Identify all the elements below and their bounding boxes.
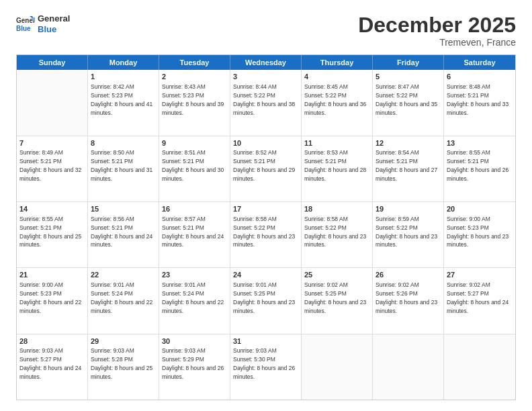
cell-info: Sunrise: 9:00 AMSunset: 5:23 PMDaylight:… xyxy=(447,216,508,248)
day-number: 30 xyxy=(162,336,227,347)
cell-info: Sunrise: 9:02 AMSunset: 5:26 PMDaylight:… xyxy=(375,281,437,314)
day-number: 29 xyxy=(91,336,156,347)
calendar-cell: 19Sunrise: 8:59 AMSunset: 5:22 PMDayligh… xyxy=(373,202,444,267)
calendar-cell: 31Sunrise: 9:03 AMSunset: 5:30 PMDayligh… xyxy=(230,334,302,400)
calendar: Sunday Monday Tuesday Wednesday Thursday… xyxy=(16,54,516,400)
logo: General Blue General Blue xyxy=(16,13,70,34)
day-number: 17 xyxy=(233,204,298,214)
day-number: 21 xyxy=(19,270,85,280)
header-wednesday: Wednesday xyxy=(230,55,302,70)
header-friday: Friday xyxy=(373,55,444,70)
calendar-cell: 17Sunrise: 8:58 AMSunset: 5:22 PMDayligh… xyxy=(230,202,302,267)
location: Tremeven, France xyxy=(358,37,516,48)
calendar-body: 1Sunrise: 8:42 AMSunset: 5:23 PMDaylight… xyxy=(17,70,515,400)
cell-info: Sunrise: 8:56 AMSunset: 5:21 PMDaylight:… xyxy=(91,216,152,248)
calendar-cell: 16Sunrise: 8:57 AMSunset: 5:21 PMDayligh… xyxy=(159,202,230,267)
svg-text:Blue: Blue xyxy=(16,25,31,32)
calendar-cell: 15Sunrise: 8:56 AMSunset: 5:21 PMDayligh… xyxy=(88,202,159,267)
cell-info: Sunrise: 9:03 AMSunset: 5:28 PMDaylight:… xyxy=(91,347,152,380)
calendar-cell: 28Sunrise: 9:03 AMSunset: 5:27 PMDayligh… xyxy=(17,334,88,400)
calendar-cell xyxy=(444,334,515,400)
cell-info: Sunrise: 8:55 AMSunset: 5:21 PMDaylight:… xyxy=(19,216,81,248)
day-number: 31 xyxy=(233,336,298,347)
cell-info: Sunrise: 8:48 AMSunset: 5:21 PMDaylight:… xyxy=(447,83,508,116)
day-number: 3 xyxy=(233,72,298,82)
cell-info: Sunrise: 9:02 AMSunset: 5:27 PMDaylight:… xyxy=(447,281,508,314)
cell-info: Sunrise: 8:49 AMSunset: 5:21 PMDaylight:… xyxy=(19,149,81,182)
cell-info: Sunrise: 8:45 AMSunset: 5:22 PMDaylight:… xyxy=(304,83,366,116)
day-number: 24 xyxy=(233,270,298,280)
day-number: 15 xyxy=(91,204,156,214)
calendar-cell: 4Sunrise: 8:45 AMSunset: 5:22 PMDaylight… xyxy=(302,70,373,135)
calendar-cell: 7Sunrise: 8:49 AMSunset: 5:21 PMDaylight… xyxy=(17,136,88,201)
cell-info: Sunrise: 9:03 AMSunset: 5:29 PMDaylight:… xyxy=(162,347,224,380)
calendar-header: Sunday Monday Tuesday Wednesday Thursday… xyxy=(17,55,515,70)
cell-info: Sunrise: 9:01 AMSunset: 5:24 PMDaylight:… xyxy=(91,281,152,314)
calendar-cell: 9Sunrise: 8:51 AMSunset: 5:21 PMDaylight… xyxy=(159,136,230,201)
calendar-cell: 8Sunrise: 8:50 AMSunset: 5:21 PMDaylight… xyxy=(88,136,159,201)
cell-info: Sunrise: 9:03 AMSunset: 5:30 PMDaylight:… xyxy=(233,347,295,380)
day-number: 19 xyxy=(375,204,441,214)
calendar-cell xyxy=(302,334,373,400)
cell-info: Sunrise: 8:58 AMSunset: 5:22 PMDaylight:… xyxy=(304,216,366,248)
calendar-cell: 26Sunrise: 9:02 AMSunset: 5:26 PMDayligh… xyxy=(373,268,444,333)
calendar-cell: 27Sunrise: 9:02 AMSunset: 5:27 PMDayligh… xyxy=(444,268,515,333)
day-number: 6 xyxy=(447,72,513,82)
day-number: 2 xyxy=(162,72,227,82)
calendar-cell: 13Sunrise: 8:55 AMSunset: 5:21 PMDayligh… xyxy=(444,136,515,201)
header-thursday: Thursday xyxy=(302,55,373,70)
calendar-cell: 6Sunrise: 8:48 AMSunset: 5:21 PMDaylight… xyxy=(444,70,515,135)
calendar-cell: 23Sunrise: 9:01 AMSunset: 5:24 PMDayligh… xyxy=(159,268,230,333)
day-number: 11 xyxy=(304,138,369,148)
calendar-cell xyxy=(17,70,88,135)
calendar-week-5: 28Sunrise: 9:03 AMSunset: 5:27 PMDayligh… xyxy=(17,334,515,400)
calendar-week-4: 21Sunrise: 9:00 AMSunset: 5:23 PMDayligh… xyxy=(17,268,515,334)
month-title: December 2025 xyxy=(358,13,516,37)
day-number: 12 xyxy=(375,138,441,148)
calendar-cell: 25Sunrise: 9:02 AMSunset: 5:25 PMDayligh… xyxy=(302,268,373,333)
cell-info: Sunrise: 8:51 AMSunset: 5:21 PMDaylight:… xyxy=(162,149,224,182)
logo-icon: General Blue xyxy=(16,15,35,34)
day-number: 20 xyxy=(447,204,513,214)
cell-info: Sunrise: 9:03 AMSunset: 5:27 PMDaylight:… xyxy=(19,347,81,380)
cell-info: Sunrise: 8:57 AMSunset: 5:21 PMDaylight:… xyxy=(162,216,224,248)
cell-info: Sunrise: 8:53 AMSunset: 5:21 PMDaylight:… xyxy=(304,149,366,182)
calendar-cell: 18Sunrise: 8:58 AMSunset: 5:22 PMDayligh… xyxy=(302,202,373,267)
day-number: 22 xyxy=(91,270,156,280)
title-block: December 2025 Tremeven, France xyxy=(358,13,516,48)
day-number: 4 xyxy=(304,72,369,82)
cell-info: Sunrise: 8:54 AMSunset: 5:21 PMDaylight:… xyxy=(375,149,437,182)
day-number: 5 xyxy=(375,72,441,82)
calendar-cell: 21Sunrise: 9:00 AMSunset: 5:23 PMDayligh… xyxy=(17,268,88,333)
day-number: 18 xyxy=(304,204,369,214)
cell-info: Sunrise: 8:55 AMSunset: 5:21 PMDaylight:… xyxy=(447,149,508,182)
calendar-week-2: 7Sunrise: 8:49 AMSunset: 5:21 PMDaylight… xyxy=(17,136,515,202)
day-number: 25 xyxy=(304,270,369,280)
calendar-week-3: 14Sunrise: 8:55 AMSunset: 5:21 PMDayligh… xyxy=(17,202,515,268)
calendar-cell: 14Sunrise: 8:55 AMSunset: 5:21 PMDayligh… xyxy=(17,202,88,267)
header-monday: Monday xyxy=(88,55,159,70)
calendar-cell: 20Sunrise: 9:00 AMSunset: 5:23 PMDayligh… xyxy=(444,202,515,267)
day-number: 16 xyxy=(162,204,227,214)
calendar-cell xyxy=(373,334,444,400)
calendar-cell: 3Sunrise: 8:44 AMSunset: 5:22 PMDaylight… xyxy=(230,70,302,135)
day-number: 10 xyxy=(233,138,298,148)
day-number: 28 xyxy=(19,336,85,347)
calendar-cell: 10Sunrise: 8:52 AMSunset: 5:21 PMDayligh… xyxy=(230,136,302,201)
calendar-cell: 1Sunrise: 8:42 AMSunset: 5:23 PMDaylight… xyxy=(88,70,159,135)
day-number: 14 xyxy=(19,204,85,214)
day-number: 26 xyxy=(375,270,441,280)
cell-info: Sunrise: 9:00 AMSunset: 5:23 PMDaylight:… xyxy=(19,281,81,314)
calendar-week-1: 1Sunrise: 8:42 AMSunset: 5:23 PMDaylight… xyxy=(17,70,515,136)
cell-info: Sunrise: 8:52 AMSunset: 5:21 PMDaylight:… xyxy=(233,149,295,182)
cell-info: Sunrise: 9:01 AMSunset: 5:25 PMDaylight:… xyxy=(233,281,295,314)
calendar-cell: 24Sunrise: 9:01 AMSunset: 5:25 PMDayligh… xyxy=(230,268,302,333)
day-number: 1 xyxy=(91,72,156,82)
logo-line1: General xyxy=(38,13,70,24)
cell-info: Sunrise: 8:43 AMSunset: 5:23 PMDaylight:… xyxy=(162,83,224,116)
day-number: 27 xyxy=(447,270,513,280)
calendar-cell: 12Sunrise: 8:54 AMSunset: 5:21 PMDayligh… xyxy=(373,136,444,201)
cell-info: Sunrise: 8:58 AMSunset: 5:22 PMDaylight:… xyxy=(233,216,295,248)
day-number: 9 xyxy=(162,138,227,148)
header-saturday: Saturday xyxy=(444,55,515,70)
